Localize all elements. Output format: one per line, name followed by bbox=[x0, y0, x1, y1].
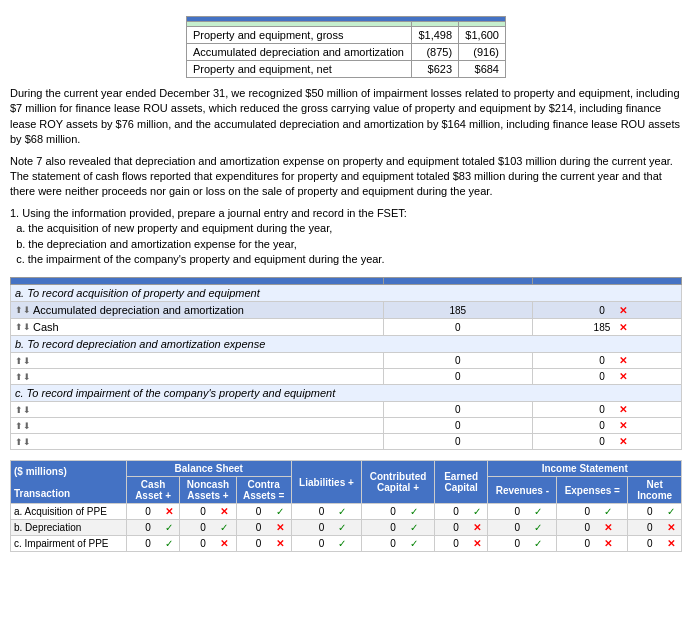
bs-cash-input[interactable] bbox=[133, 538, 163, 549]
je-credit-x-btn[interactable]: ✕ bbox=[619, 371, 627, 382]
bs-noncash-x-icon[interactable]: ✕ bbox=[220, 506, 228, 517]
bs-expenses-x-icon[interactable]: ✕ bbox=[604, 538, 612, 549]
je-debit-cell[interactable] bbox=[383, 302, 532, 319]
bs-contra-cell[interactable]: ✕ bbox=[236, 536, 291, 552]
bs-revenues-input[interactable] bbox=[502, 506, 532, 517]
bs-net-cell[interactable]: ✕ bbox=[628, 520, 682, 536]
je-credit-input[interactable] bbox=[587, 371, 617, 382]
bs-noncash-cell[interactable]: ✕ bbox=[180, 504, 236, 520]
bs-contra-x-icon[interactable]: ✕ bbox=[276, 538, 284, 549]
je-account-cell[interactable]: ⬆⬇ bbox=[11, 418, 384, 434]
bs-net-cell[interactable]: ✓ bbox=[628, 504, 682, 520]
je-credit-cell[interactable]: ✕ bbox=[532, 302, 681, 319]
bs-liabilities-cell[interactable]: ✓ bbox=[291, 536, 361, 552]
je-debit-cell[interactable] bbox=[383, 402, 532, 418]
je-debit-input[interactable] bbox=[443, 355, 473, 366]
bs-contrib-input[interactable] bbox=[378, 506, 408, 517]
bs-revenues-cell[interactable]: ✓ bbox=[488, 520, 557, 536]
bs-revenues-cell[interactable]: ✓ bbox=[488, 504, 557, 520]
je-credit-cell[interactable]: ✕ bbox=[532, 434, 681, 450]
je-debit-cell[interactable] bbox=[383, 434, 532, 450]
je-credit-input[interactable] bbox=[587, 420, 617, 431]
bs-expenses-x-icon[interactable]: ✕ bbox=[604, 522, 612, 533]
bs-net-input[interactable] bbox=[635, 506, 665, 517]
je-debit-input[interactable] bbox=[443, 404, 473, 415]
bs-liabilities-cell[interactable]: ✓ bbox=[291, 504, 361, 520]
bs-liabilities-input[interactable] bbox=[306, 522, 336, 533]
bs-net-x-icon[interactable]: ✕ bbox=[667, 538, 675, 549]
bs-expenses-input[interactable] bbox=[572, 506, 602, 517]
je-credit-x-btn[interactable]: ✕ bbox=[619, 436, 627, 447]
bs-expenses-cell[interactable]: ✓ bbox=[557, 504, 628, 520]
bs-net-cell[interactable]: ✕ bbox=[628, 536, 682, 552]
je-credit-x-btn[interactable]: ✕ bbox=[619, 404, 627, 415]
je-credit-input[interactable] bbox=[587, 355, 617, 366]
je-credit-input[interactable] bbox=[587, 404, 617, 415]
je-account-cell[interactable]: ⬆⬇ Accumulated depreciation and amortiza… bbox=[11, 302, 384, 319]
bs-expenses-input[interactable] bbox=[572, 538, 602, 549]
je-debit-input[interactable] bbox=[443, 322, 473, 333]
bs-earned-x-icon[interactable]: ✕ bbox=[473, 522, 481, 533]
bs-expenses-cell[interactable]: ✕ bbox=[557, 536, 628, 552]
bs-expenses-cell[interactable]: ✕ bbox=[557, 520, 628, 536]
je-credit-input[interactable] bbox=[587, 436, 617, 447]
je-credit-input[interactable] bbox=[587, 305, 617, 316]
je-account-cell[interactable]: ⬆⬇ bbox=[11, 434, 384, 450]
bs-net-input[interactable] bbox=[635, 522, 665, 533]
bs-cash-input[interactable] bbox=[133, 522, 163, 533]
je-account-cell[interactable]: ⬆⬇ bbox=[11, 353, 384, 369]
bs-cash-cell[interactable]: ✓ bbox=[126, 520, 180, 536]
bs-revenues-input[interactable] bbox=[502, 522, 532, 533]
bs-contrib-cell[interactable]: ✓ bbox=[362, 504, 435, 520]
bs-earned-cell[interactable]: ✕ bbox=[434, 520, 488, 536]
bs-noncash-input[interactable] bbox=[188, 522, 218, 533]
bs-contra-x-icon[interactable]: ✕ bbox=[276, 522, 284, 533]
je-debit-input[interactable] bbox=[443, 436, 473, 447]
bs-revenues-cell[interactable]: ✓ bbox=[488, 536, 557, 552]
bs-liabilities-cell[interactable]: ✓ bbox=[291, 520, 361, 536]
je-debit-input[interactable] bbox=[443, 371, 473, 382]
bs-expenses-input[interactable] bbox=[572, 522, 602, 533]
bs-net-x-icon[interactable]: ✕ bbox=[667, 522, 675, 533]
je-credit-cell[interactable]: ✕ bbox=[532, 369, 681, 385]
bs-net-input[interactable] bbox=[635, 538, 665, 549]
bs-contra-input[interactable] bbox=[244, 506, 274, 517]
bs-noncash-x-icon[interactable]: ✕ bbox=[220, 538, 228, 549]
je-credit-x-btn[interactable]: ✕ bbox=[619, 322, 627, 333]
bs-cash-cell[interactable]: ✕ bbox=[126, 504, 180, 520]
bs-earned-x-icon[interactable]: ✕ bbox=[473, 538, 481, 549]
bs-liabilities-input[interactable] bbox=[306, 538, 336, 549]
bs-contra-cell[interactable]: ✓ bbox=[236, 504, 291, 520]
bs-contrib-input[interactable] bbox=[378, 538, 408, 549]
bs-contrib-input[interactable] bbox=[378, 522, 408, 533]
je-debit-cell[interactable] bbox=[383, 418, 532, 434]
bs-earned-input[interactable] bbox=[441, 522, 471, 533]
bs-revenues-input[interactable] bbox=[502, 538, 532, 549]
je-credit-x-btn[interactable]: ✕ bbox=[619, 355, 627, 366]
je-debit-input[interactable] bbox=[443, 420, 473, 431]
bs-earned-cell[interactable]: ✕ bbox=[434, 536, 488, 552]
bs-contrib-cell[interactable]: ✓ bbox=[362, 520, 435, 536]
bs-earned-input[interactable] bbox=[441, 506, 471, 517]
bs-contra-input[interactable] bbox=[244, 522, 274, 533]
je-credit-x-btn[interactable]: ✕ bbox=[619, 305, 627, 316]
bs-cash-cell[interactable]: ✓ bbox=[126, 536, 180, 552]
je-credit-cell[interactable]: ✕ bbox=[532, 402, 681, 418]
bs-cash-x-icon[interactable]: ✕ bbox=[165, 506, 173, 517]
je-account-cell[interactable]: ⬆⬇ bbox=[11, 402, 384, 418]
je-debit-cell[interactable] bbox=[383, 353, 532, 369]
je-credit-x-btn[interactable]: ✕ bbox=[619, 420, 627, 431]
je-credit-cell[interactable]: ✕ bbox=[532, 319, 681, 336]
je-debit-cell[interactable] bbox=[383, 319, 532, 336]
je-debit-cell[interactable] bbox=[383, 369, 532, 385]
je-account-cell[interactable]: ⬆⬇ Cash bbox=[11, 319, 384, 336]
bs-cash-input[interactable] bbox=[133, 506, 163, 517]
bs-liabilities-input[interactable] bbox=[306, 506, 336, 517]
je-account-cell[interactable]: ⬆⬇ bbox=[11, 369, 384, 385]
bs-noncash-cell[interactable]: ✕ bbox=[180, 536, 236, 552]
bs-noncash-cell[interactable]: ✓ bbox=[180, 520, 236, 536]
je-credit-cell[interactable]: ✕ bbox=[532, 418, 681, 434]
bs-contrib-cell[interactable]: ✓ bbox=[362, 536, 435, 552]
je-credit-cell[interactable]: ✕ bbox=[532, 353, 681, 369]
je-credit-input[interactable] bbox=[587, 322, 617, 333]
